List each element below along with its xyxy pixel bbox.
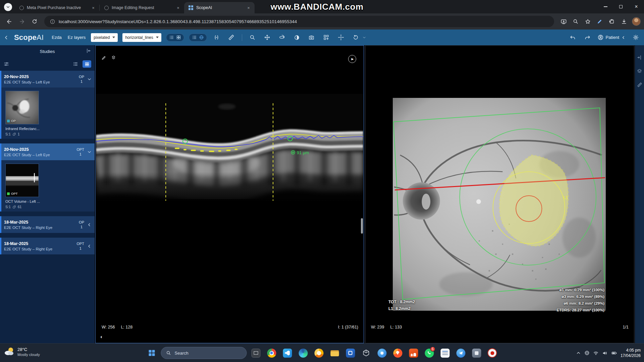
start-button[interactable] [145,346,159,360]
browser-tab-4[interactable]: nverter Onl × [255,2,307,13]
window-maximize-button[interactable] [613,0,629,13]
taskbar-chrome-canary[interactable] [312,346,326,360]
window-close-button[interactable]: × [629,0,644,13]
layers-button[interactable] [111,55,116,61]
forward-button[interactable] [16,16,28,27]
editor-extension-button[interactable] [594,16,605,27]
tray-volume[interactable] [602,350,608,356]
reset-view-button[interactable] [351,33,361,43]
chevron-left-icon[interactable] [87,222,92,227]
app-logo: ScopeAI [14,33,44,42]
profile-avatar[interactable] [632,17,641,26]
tab-close-icon[interactable]: × [175,5,181,10]
taskbar-app-window[interactable] [249,346,263,360]
reload-button[interactable] [29,16,40,27]
site-info-icon[interactable] [50,19,55,24]
localizer-tool[interactable] [336,33,346,43]
capture-tool[interactable] [307,33,317,43]
layout-grid-tool[interactable] [321,33,331,43]
back-button[interactable] [3,16,15,27]
tray-network-globe[interactable] [584,350,590,356]
overlay-toggle-group-2[interactable] [189,34,207,42]
slice-scrollbar[interactable] [361,218,363,234]
tab-close-icon[interactable]: × [91,5,96,10]
studies-title: Studies [40,49,55,54]
patient-menu-button[interactable]: Patient [597,34,626,41]
invert-toggle-icon[interactable]: ◐ [100,334,103,340]
undo-button[interactable] [568,33,578,43]
fundus-viewport[interactable]: L1 TOT : 8.2mm2 L1: 8.2mm2 ø1 mm: 0.79 m… [365,45,634,343]
taskbar-chrome[interactable] [265,346,278,360]
series-thumbnail-infrared[interactable]: OP [5,91,39,124]
browser-tab-2[interactable]: Image Editing Request × [100,2,184,13]
invert-tool[interactable] [292,33,302,43]
taskbar-telegram[interactable] [454,346,468,360]
oct-bscan-viewport[interactable]: ▶ [95,45,364,343]
header-collapse-button[interactable] [3,35,9,41]
rotate-3d-tool[interactable] [277,33,287,43]
taskbar-whatsapp[interactable]: 6 [423,346,436,360]
taskbar-notepad[interactable] [438,346,452,360]
chevron-down-icon[interactable] [87,149,92,155]
grid-view-button[interactable] [83,60,91,68]
measure-tool[interactable] [226,33,236,43]
window-minimize-button[interactable] [598,0,613,13]
study-header[interactable]: 20-Nov-2025 E2E OCT Study – Left Eye OP … [1,71,95,87]
expand-panel-button[interactable] [637,55,642,60]
taskbar-3d-viewer[interactable] [360,346,373,360]
tab-search-button[interactable] [4,3,12,11]
study-header[interactable]: 20-Nov-2025 E2E OCT Study – Left Eye OPT… [1,143,95,160]
address-bar[interactable]: localhost:3000/viewer?StudyInstanceUIDs=… [44,16,554,27]
zoom-tool[interactable] [248,33,258,43]
sidebar-collapse-button[interactable] [86,48,91,54]
filter-button[interactable] [3,61,9,67]
extensions-button[interactable] [606,16,617,27]
new-tab-button[interactable]: + [309,3,317,12]
save-page-button[interactable] [558,16,569,27]
taskbar-office-people[interactable] [407,346,420,360]
colormap-select[interactable]: pixelated [91,33,118,42]
browser-tab-scopeai[interactable]: ScopeAI × [184,2,255,13]
study-header[interactable]: 18-Mar-2025 E2E OCT Study – Right Eye OP… [1,238,95,254]
fundus-image[interactable]: L1 [392,98,606,311]
tray-battery[interactable] [611,350,617,356]
tray-wifi[interactable] [593,350,599,356]
annotate-button[interactable] [101,55,107,61]
bookmark-button[interactable] [582,16,593,27]
series-thumbnail-oct-volume[interactable]: OPT [5,164,39,197]
list-view-button[interactable] [71,60,80,68]
tab-close-icon[interactable]: × [298,5,303,10]
taskbar-clock[interactable]: 4:05 pm 17/04/2026 [621,348,641,358]
menu-item-ez-layers[interactable]: Ez layers [67,34,86,41]
cine-play-button[interactable]: ▶ [348,55,356,63]
measurements-panel-button[interactable] [637,82,642,87]
bandicam-record-button[interactable] [486,346,499,360]
taskbar-file-explorer[interactable] [328,346,341,360]
settings-button[interactable] [631,33,641,43]
zoom-button[interactable] [570,16,581,27]
overlay-toggle-group-1[interactable] [166,34,184,42]
menu-item-ezda[interactable]: Ezda [51,34,62,41]
chevron-down-icon[interactable] [87,77,92,82]
reference-lines-tool[interactable] [212,33,222,43]
downloads-button[interactable] [619,16,629,27]
browser-tab-1[interactable]: Meta Pixel Purchase Inactive × [15,2,99,13]
tray-overflow-button[interactable] [576,351,581,356]
tab-close-icon[interactable]: × [246,5,251,10]
pan-tool[interactable] [262,33,272,43]
taskbar-search[interactable]: Search [161,347,247,359]
taskbar-skype[interactable] [375,346,389,360]
taskbar-vscode[interactable] [281,346,294,360]
taskbar-brave[interactable] [391,346,405,360]
taskbar-outlook[interactable] [344,346,357,360]
layer-style-select[interactable]: horizontal_lines [122,33,161,42]
weather-widget[interactable]: 28°C Mostly cloudy [3,346,40,357]
taskbar-edge[interactable] [297,346,310,360]
reset-options-chevron[interactable] [362,36,366,40]
oct-bscan-image[interactable]: 91 µm [96,94,363,201]
segmentation-panel-button[interactable] [637,68,642,74]
taskbar-app-gray[interactable] [470,346,483,360]
chevron-left-icon[interactable] [87,244,92,249]
redo-button[interactable] [583,33,593,43]
study-header[interactable]: 18-Mar-2025 E2E OCT Study – Right Eye OP… [1,216,95,233]
